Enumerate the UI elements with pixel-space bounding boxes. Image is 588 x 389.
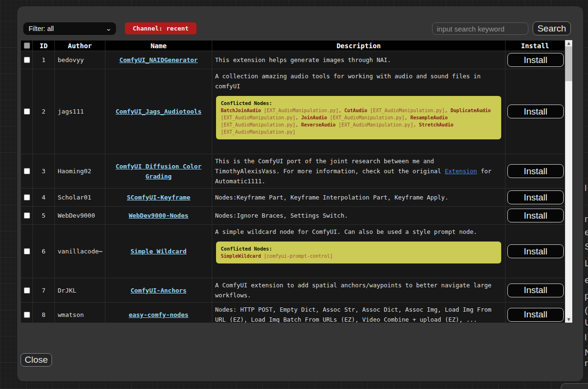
row-name-cell: SComfyUI-Keyframe [105,189,212,207]
install-button[interactable]: Install [507,244,564,258]
text-segment: A ComfyUI extension to add spatial ancho… [215,282,491,299]
filter-select-value: Filter: all [29,25,54,32]
background-text-fragment: n [585,214,588,224]
table-row: 8wmatsoneasy-comfy-nodesNodes: HTTP POST… [21,303,565,323]
custom-nodes-table: ID Author Name Description Install 1bedo… [21,40,565,323]
background-text-fragment: p [585,291,588,301]
search-input[interactable] [432,22,528,35]
extension-name-link[interactable]: Simple Wildcard [131,248,186,255]
row-checkbox[interactable] [24,312,30,318]
scroll-up-icon[interactable]: ▲ [565,40,572,46]
text-segment: A collection amazing audio tools for wor… [215,73,481,90]
row-description: A simple wildcard node for ComfyUI. Can … [212,225,505,278]
row-name-cell: ComfyUI Diffusion Color Grading [105,154,212,189]
select-all-checkbox[interactable] [24,42,30,49]
description-link[interactable]: Extension [445,168,477,175]
conflict-node-name: ReverseAudio [301,122,336,127]
install-button[interactable]: Install [507,105,564,118]
text-segment: Nodes: HTTP POST, Empty Dict, Assoc Str,… [215,306,491,323]
conflicted-nodes-title: Conflicted Nodes: [221,245,496,252]
row-description: A ComfyUI extension to add spatial ancho… [212,278,505,303]
background-text-fragment: e [585,227,588,238]
row-author: DrJKL [55,278,105,303]
row-id: 2 [33,69,55,154]
install-button[interactable]: Install [507,284,564,297]
extension-name-link[interactable]: easy-comfy-nodes [129,311,188,318]
row-name-cell: Simple Wildcard [105,225,212,278]
text-segment: , [339,108,344,113]
extension-name-link[interactable]: ComfyUI_Jags_Audiotools [115,108,201,115]
row-name-cell: ComfyUI_NAIDGenerator [105,51,212,69]
close-button[interactable]: Close [21,353,52,367]
row-select-cell [21,51,33,69]
conflict-node-name: CutAudio [344,108,367,113]
row-install-cell: Install [505,303,565,323]
row-id: 4 [33,189,55,207]
row-checkbox[interactable] [24,168,30,174]
text-segment: Nodes:Keyframe Part, Keyframe Interpolat… [215,194,448,201]
table-row: 5WebDev9000WebDev9000-NodesNodes:Ignore … [21,207,565,225]
conflict-node-name: SimpleWildcard [221,253,261,259]
extension-name-link[interactable]: ComfyUI Diffusion Color Grading [115,163,201,180]
row-author: bedovyy [55,51,105,69]
row-install-cell: Install [505,69,565,154]
conflicted-nodes-list: SimpleWildcard [comfyui-prompt-control] [221,252,496,260]
install-button[interactable]: Install [507,209,564,222]
text-segment: , [296,122,301,127]
row-description: Nodes:Keyframe Part, Keyframe Interpolat… [212,189,505,207]
scroll-down-icon[interactable]: ▼ [565,316,572,323]
row-author: WebDev9000 [55,207,105,225]
header-name: Name [105,41,212,51]
text-segment: [EXT_AudioManipulation.py] [367,108,445,113]
extension-name-link[interactable]: SComfyUI-Keyframe [127,194,190,201]
row-id: 6 [33,225,55,278]
row-checkbox[interactable] [24,108,30,115]
background-text-fragment: e [585,275,588,285]
table-row: 1bedovyyComfyUI_NAIDGeneratorThis extens… [21,51,565,69]
conflicted-nodes-title: Conflicted Nodes: [221,100,496,107]
install-custom-nodes-dialog: Filter: all ⌄ Channel: recent Search ID … [17,6,584,382]
header-install: Install [505,41,565,51]
conflict-node-name: DuplicateAudio [451,108,491,113]
select-all-header [21,41,33,51]
row-name-cell: ComfyUI_Jags_Audiotools [105,69,212,154]
install-button[interactable]: Install [507,190,564,204]
row-checkbox[interactable] [24,194,30,200]
text-segment: [comfyui-prompt-control] [261,253,333,259]
row-name-cell: easy-comfy-nodes [105,303,212,323]
row-description: Nodes: HTTP POST, Empty Dict, Assoc Str,… [212,303,505,323]
channel-badge: Channel: recent [125,22,196,34]
header-id: ID [33,41,55,51]
extension-name-link[interactable]: ComfyUI-Anchors [131,287,186,294]
background-text-fragment: l [585,332,587,343]
header-author: Author [55,41,105,51]
table-scrollbar[interactable]: ▲ ▼ [565,40,572,323]
conflict-node-name: StretchAudio [419,122,453,127]
table-row: 2jags111ComfyUI_Jags_AudiotoolsA collect… [21,69,565,154]
row-checkbox[interactable] [24,248,30,254]
row-id: 8 [33,303,55,323]
text-segment: [EXT_AudioManipulation.py] [327,115,405,120]
table-row: 7DrJKLComfyUI-AnchorsA ComfyUI extension… [21,278,565,303]
row-select-cell [21,225,33,278]
extension-name-link[interactable]: ComfyUI_NAIDGenerator [119,56,197,63]
install-button[interactable]: Install [507,53,564,67]
filter-select[interactable]: Filter: all ⌄ [23,22,116,35]
extension-name-link[interactable]: WebDev9000-Nodes [129,212,188,219]
background-text-fragment: U [585,317,588,328]
conflicted-nodes-box: Conflicted Nodes:BatchJoinAudio [EXT_Aud… [216,96,501,139]
scrollbar-thumb[interactable] [565,46,572,81]
text-segment: [EXT_AudioManipulation.py] [221,129,296,135]
text-segment: A simple wildcard node for ComfyUI. Can … [215,228,477,235]
row-checkbox[interactable] [24,287,30,294]
install-button[interactable]: Install [507,308,564,322]
text-segment: [EXT_AudioManipulation.py] [261,108,339,113]
conflicted-nodes-list: BatchJoinAudio [EXT_AudioManipulation.py… [221,107,496,136]
row-select-cell [21,154,33,189]
row-checkbox[interactable] [24,57,30,63]
text-segment: , [445,108,451,113]
row-checkbox[interactable] [24,212,30,219]
install-button[interactable]: Install [507,164,564,178]
search-button[interactable]: Search [533,21,571,35]
row-select-cell [21,69,33,154]
